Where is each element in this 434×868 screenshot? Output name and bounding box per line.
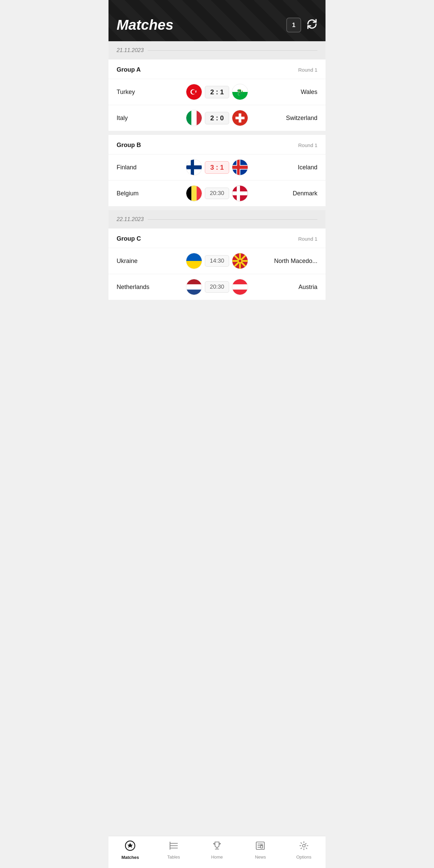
- svg-rect-25: [232, 166, 248, 169]
- group-name-b: Group B: [117, 142, 141, 149]
- score-ukraine-northmac: 14:30: [205, 255, 229, 267]
- svg-rect-10: [186, 110, 191, 126]
- team-switzerland: Switzerland: [248, 115, 317, 122]
- tables-icon: [169, 841, 179, 853]
- svg-rect-52: [232, 284, 248, 289]
- group-name-a: Group A: [117, 66, 141, 73]
- match-ukraine-northmac[interactable]: Ukraine 14:30: [108, 248, 326, 274]
- group-header-b: Group B Round 1: [108, 135, 326, 154]
- round-label-a: Round 1: [298, 67, 317, 73]
- nav-tables-label: Tables: [167, 854, 180, 860]
- group-header-c: Group C Round 1: [108, 228, 326, 248]
- svg-point-45: [239, 260, 241, 262]
- team-northmac: North Macedo...: [248, 258, 317, 265]
- flag-iceland: [232, 159, 248, 175]
- team-denmark: Denmark: [248, 190, 317, 197]
- score-italy-switzerland: 2 : 0: [205, 112, 229, 124]
- page-title: Matches: [117, 17, 173, 33]
- group-section-a: Group A Round 1 Turkey 2 : 1: [108, 59, 326, 131]
- svg-rect-37: [186, 261, 202, 269]
- match-belgium-denmark[interactable]: Belgium 20:30: [108, 180, 326, 206]
- main-content: 21.11.2023 Group A Round 1 Turkey: [108, 41, 326, 334]
- match-turkey-wales[interactable]: Turkey 2 : 1: [108, 79, 326, 105]
- nav-home[interactable]: Home: [195, 841, 239, 860]
- flag-wales: 🐉: [232, 84, 248, 100]
- nav-tables[interactable]: Tables: [152, 841, 195, 860]
- match-center-4: 20:30: [186, 185, 248, 201]
- trophy-icon: [212, 841, 222, 853]
- flag-denmark: [232, 185, 248, 201]
- flag-switzerland: [232, 110, 248, 126]
- score-netherlands-austria: 20:30: [205, 281, 229, 293]
- nav-options[interactable]: Options: [282, 841, 326, 860]
- team-austria: Austria: [248, 284, 317, 291]
- flag-finland: [186, 159, 202, 175]
- svg-point-4: [195, 91, 196, 92]
- svg-rect-20: [191, 160, 194, 175]
- match-center-1: 2 : 1 🐉: [186, 84, 248, 100]
- svg-rect-48: [186, 284, 202, 289]
- notification-badge[interactable]: 1: [286, 18, 301, 32]
- team-iceland: Iceland: [248, 164, 317, 171]
- score-turkey-wales: 2 : 1: [205, 86, 229, 98]
- group-name-c: Group C: [117, 235, 141, 242]
- team-belgium: Belgium: [117, 190, 186, 197]
- svg-rect-47: [186, 279, 202, 284]
- nav-home-label: Home: [211, 854, 223, 860]
- match-netherlands-austria[interactable]: Netherlands 20:30: [108, 274, 326, 300]
- team-italy: Italy: [117, 115, 186, 122]
- svg-rect-30: [197, 186, 202, 201]
- nav-matches[interactable]: Matches: [108, 840, 152, 860]
- date-section-2: 22.11.2023: [108, 210, 326, 228]
- date-label-2: 22.11.2023: [117, 216, 144, 222]
- bottom-nav: Matches Tables Home: [108, 836, 326, 868]
- date-divider-2: [148, 219, 317, 220]
- team-ukraine: Ukraine: [117, 258, 186, 265]
- flag-netherlands: [186, 279, 202, 295]
- svg-rect-53: [232, 290, 248, 295]
- svg-rect-11: [191, 110, 196, 126]
- svg-rect-51: [232, 279, 248, 284]
- svg-rect-36: [186, 253, 202, 261]
- score-belgium-denmark: 20:30: [205, 188, 229, 199]
- svg-rect-49: [186, 290, 202, 295]
- flag-italy: [186, 110, 202, 126]
- date-label-1: 21.11.2023: [117, 47, 144, 53]
- news-icon: [255, 841, 265, 853]
- nav-options-label: Options: [296, 854, 311, 860]
- gear-icon: [299, 841, 309, 853]
- team-turkey: Turkey: [117, 89, 186, 96]
- flag-ukraine: [186, 253, 202, 269]
- svg-rect-28: [186, 186, 191, 201]
- nav-news-label: News: [255, 854, 266, 860]
- flag-northmac: [232, 253, 248, 269]
- match-center-5: 14:30: [186, 253, 248, 269]
- team-wales: Wales: [248, 89, 317, 96]
- group-section-c: Group C Round 1 Ukraine 14:30: [108, 228, 326, 300]
- match-italy-switzerland[interactable]: Italy 2 : 0: [108, 105, 326, 131]
- nav-news[interactable]: News: [239, 841, 282, 860]
- match-center-2: 2 : 0: [186, 110, 248, 126]
- svg-rect-29: [191, 186, 196, 201]
- match-center-6: 20:30: [186, 279, 248, 295]
- date-section-1: 21.11.2023: [108, 41, 326, 59]
- match-finland-iceland[interactable]: Finland 3 : 1: [108, 154, 326, 180]
- flag-belgium: [186, 185, 202, 201]
- header-actions: 1: [286, 18, 317, 32]
- soccer-ball-icon: [125, 840, 136, 853]
- nav-matches-label: Matches: [121, 855, 139, 860]
- refresh-button[interactable]: [307, 19, 317, 32]
- header: Matches 1: [108, 0, 326, 41]
- flag-austria: [232, 279, 248, 295]
- flag-turkey: [186, 84, 202, 100]
- svg-rect-12: [197, 110, 202, 126]
- svg-rect-16: [236, 117, 245, 119]
- svg-rect-26: [237, 160, 240, 175]
- svg-text:🐉: 🐉: [236, 89, 244, 96]
- round-label-b: Round 1: [298, 142, 317, 148]
- score-finland-iceland: 3 : 1: [205, 161, 229, 174]
- match-center-3: 3 : 1: [186, 159, 248, 175]
- date-divider: [148, 50, 317, 51]
- group-header-a: Group A Round 1: [108, 59, 326, 79]
- round-label-c: Round 1: [298, 236, 317, 242]
